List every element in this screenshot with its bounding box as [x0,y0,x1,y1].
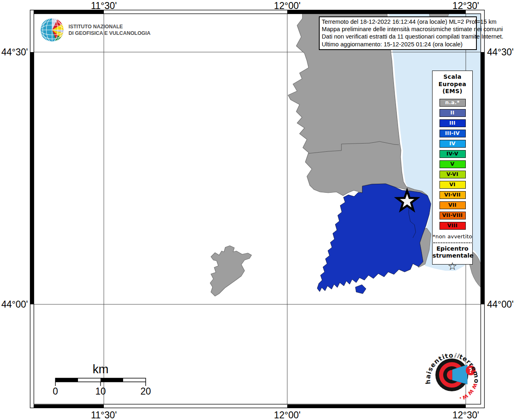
legend-swatch-label: VII-VIII [442,213,462,218]
info-line-update: Ultimo aggiornamento: 15-12-2025 01:24 (… [322,41,474,48]
ingv-globe-icon [39,17,65,43]
scale-bar-label-10: 10 [95,386,106,397]
ingv-title-line1: ISTITUTO NAZIONALE [69,23,151,30]
axis-label-bottom-12-00: 12°00' [274,410,301,420]
legend-swatch-label: III-IV [445,131,460,136]
legend-swatches: n.a.* II III III-IV IV IV-V V [433,99,472,230]
legend-swatch-label: II [450,110,454,115]
legend-epicenter-star-icon: ☆ [433,260,472,272]
legend-swatch: II [439,109,466,117]
axis-label-left-44-00: 44°00' [1,299,28,310]
legend-footnote: *non avvertito [433,233,472,240]
legend-swatch: V [439,160,466,168]
axis-label-bottom-12-30: 12°30' [453,410,479,420]
legend-swatch: III-IV [439,130,466,137]
legend-swatch: n.a.* [439,99,466,107]
axis-label-right-44-30: 44°30' [487,47,514,58]
legend-swatch-label: n.a.* [445,100,460,105]
legend-epicenter-line1: Epicentro [433,245,472,253]
ingv-title-line2: DI GEOFISICA E VULCANOLOGIA [69,30,151,37]
ingv-logo: ISTITUTO NAZIONALE DI GEOFISICA E VULCAN… [39,17,158,43]
legend-title: Scala Europea (EMS) [433,71,472,95]
ems-legend: Scala Europea (EMS) n.a.* II III III-IV … [432,71,473,265]
info-line-data: Dati non verificati estratti da 11 quest… [322,33,474,40]
axis-label-bottom-11-30: 11°30' [91,410,117,420]
legend-swatch: VI-VII [439,191,466,199]
legend-swatch-label: V-VI [446,172,458,177]
legend-swatch: V-VI [439,171,466,178]
legend-swatch-label: VII [448,203,456,208]
legend-title-line2: Europea [433,81,472,88]
legend-swatch: VII [439,201,466,209]
scale-bar-segment [55,378,78,382]
axis-label-left-44-30: 44°30' [1,47,28,58]
scale-bar-label-20: 20 [140,386,151,397]
info-line-map: Mappa preliminare delle intensità macros… [322,25,474,33]
info-line-event: Terremoto del 18-12-2022 16:12:44 (ora l… [322,18,474,25]
legend-swatch: IV-V [439,150,466,158]
legend-swatch-label: VIII [447,223,458,228]
legend-swatch-label: IV [449,141,455,146]
scale-bar-unit-label: km [82,363,119,376]
legend-divider [433,242,472,243]
legend-swatch: VIII [439,222,466,230]
axis-label-top-12-00: 12°00' [274,0,301,11]
legend-title-line1: Scala [433,73,472,81]
legend-epicenter-line2: strumentale [433,252,472,260]
legend-swatch: IV [439,140,466,148]
axis-label-top-12-30: 12°30' [453,0,479,11]
legend-title-line3: (EMS) [433,88,472,95]
legend-epicenter-title: Epicentro strumentale [433,245,472,260]
legend-swatch-label: V [450,162,454,167]
axis-label-right-44-00: 44°00' [487,299,514,310]
legend-swatch: VI [439,181,466,189]
seismic-intensity-map-page: { "axes": { "top": ["11\u00b030'", "12\u… [0,0,515,420]
legend-swatch-label: VI [449,182,455,187]
legend-swatch-label: III [449,121,455,126]
haisentitoilterremoto-logo: ? haisentitoilterremoto.it www. [425,349,479,404]
axis-label-top-11-30: 11°30' [91,0,117,11]
scale-bar-segment [101,378,123,382]
scale-bar-label-0: 0 [53,386,58,397]
legend-swatch: VII-VIII [439,212,466,219]
legend-swatch: III [439,119,466,127]
legend-swatch-label: IV-V [446,151,458,156]
legend-swatch-label: VI-VII [444,192,461,197]
earthquake-info-box: Terremoto del 18-12-2022 16:12:44 (ora l… [319,16,477,50]
